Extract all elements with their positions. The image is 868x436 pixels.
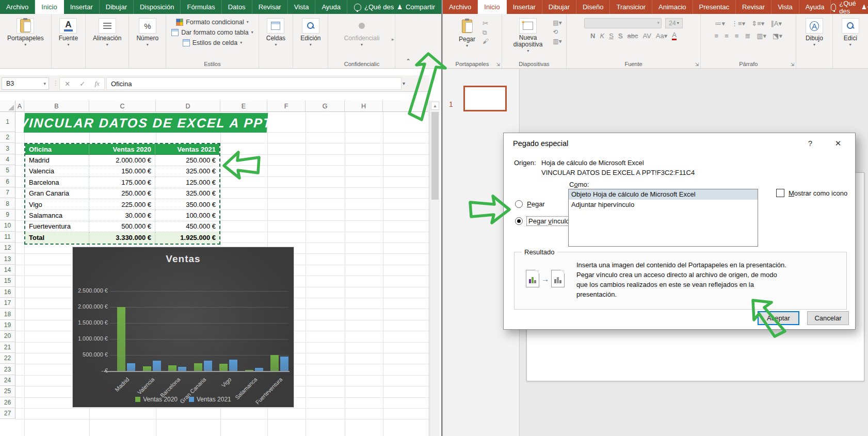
excel-tab-datos[interactable]: Datos	[222, 0, 252, 14]
dialog-launcher-icon[interactable]: ⇲	[791, 62, 795, 67]
columns-button[interactable]: ▥▾	[757, 32, 766, 40]
excel-tab-dibujar[interactable]: Dibujar	[100, 0, 134, 14]
row-header-21[interactable]: 21	[0, 342, 15, 353]
row-header-27[interactable]: 27	[0, 408, 15, 419]
row-header-18[interactable]: 18	[0, 309, 15, 319]
slide-thumbnail[interactable]	[463, 86, 507, 111]
copy-icon[interactable]: ⧉	[483, 29, 489, 36]
estilos-celda-button[interactable]: Estilos de celda▾	[182, 38, 244, 48]
title-banner-shape[interactable]: VINCULAR DATOS DE EXCEL A PPT	[24, 113, 268, 133]
row-header-17[interactable]: 17	[0, 298, 15, 309]
row-header-11[interactable]: 11	[0, 232, 15, 243]
row-header-19[interactable]: 19	[0, 320, 15, 331]
row-header-26[interactable]: 26	[0, 397, 15, 408]
row-header-15[interactable]: 15	[0, 276, 15, 286]
table-cell[interactable]: Salamanca	[25, 210, 89, 221]
row-header-16[interactable]: 16	[0, 287, 15, 298]
row-header-23[interactable]: 23	[0, 364, 15, 375]
excel-tab-inicio[interactable]: Inicio	[35, 0, 63, 14]
row-header-10[interactable]: 10	[0, 220, 15, 231]
column-header-A[interactable]: A	[15, 101, 24, 112]
insert-function-icon[interactable]: fx	[94, 79, 99, 88]
line-spacing-button[interactable]: ⇕≡▾	[751, 20, 764, 27]
section-icon[interactable]: ▥▾	[553, 38, 561, 45]
align-left-button[interactable]: ≡	[715, 32, 719, 40]
fuente-button[interactable]: A Fuente ▾	[56, 17, 81, 48]
table-cell[interactable]: 150.000 €	[89, 166, 155, 177]
ppt-search-box[interactable]: ¿Qué des	[839, 0, 858, 15]
italic-button[interactable]: K	[600, 32, 604, 40]
flyout-arrow-icon[interactable]: ▸	[392, 37, 394, 42]
column-header-B[interactable]: B	[24, 101, 89, 112]
sales-chart[interactable]: Ventas 2.500.000 €2.000.000 €1.500.000 €…	[72, 247, 294, 408]
excel-tab-fórmulas[interactable]: Fórmulas	[181, 0, 221, 14]
table-cell[interactable]: 225.000 €	[89, 199, 155, 210]
table-cell[interactable]: Fuerteventura	[25, 221, 89, 232]
align-right-button[interactable]: ≡	[735, 32, 739, 40]
numero-button[interactable]: % Número ▾	[133, 17, 162, 48]
radio-pegar-vinculo[interactable]: Pegar vínculo	[515, 217, 571, 225]
table-cell[interactable]: 250.000 €	[155, 155, 219, 166]
name-box[interactable]: B3▾	[2, 77, 49, 90]
dialog-close-button[interactable]: ✕	[830, 137, 846, 150]
paste-as-option[interactable]: Adjuntar hipervínculo	[569, 200, 758, 210]
formula-input[interactable]: Oficina	[106, 77, 401, 90]
row-header-1[interactable]: 1	[0, 112, 15, 132]
table-cell[interactable]: 3.330.000 €	[89, 232, 155, 243]
dialog-launcher-icon[interactable]: ⇲	[695, 62, 699, 67]
format-painter-icon[interactable]: 🖌	[483, 38, 489, 45]
confidencialidad-button[interactable]: Confidenciali ▾	[341, 17, 383, 48]
table-cell[interactable]: 125.000 €	[155, 177, 219, 188]
ppt-tab-animacio[interactable]: Animacio	[652, 0, 693, 14]
excel-tab-disposición[interactable]: Disposición	[134, 0, 181, 14]
paste-as-listbox[interactable]: Objeto Hoja de cálculo de Microsoft Exce…	[568, 189, 758, 247]
table-cell[interactable]: 30.000 €	[89, 210, 155, 221]
table-cell[interactable]: 100.000 €	[155, 210, 219, 221]
row-header-2[interactable]: 2	[0, 132, 15, 143]
mostrar-como-icono-checkbox[interactable]: Mostrar como icono	[776, 189, 847, 197]
radio-pegar[interactable]: Pegar	[515, 200, 545, 208]
table-cell[interactable]: 250.000 €	[89, 188, 155, 199]
table-cell[interactable]: 500.000 €	[89, 221, 155, 232]
table-cell[interactable]: 175.000 €	[89, 177, 155, 188]
ppt-edicion-button[interactable]: Edici ▾	[839, 17, 862, 48]
row-header-3[interactable]: 3	[0, 143, 15, 154]
excel-tab-vista[interactable]: Vista	[288, 0, 316, 14]
row-header-7[interactable]: 7	[0, 187, 15, 198]
pegar-button[interactable]: Pegar ▾	[456, 17, 478, 49]
ppt-tab-diseño[interactable]: Diseño	[576, 0, 610, 14]
table-cell[interactable]: Vigo	[25, 199, 89, 210]
table-cell[interactable]: Gran Canaria	[25, 188, 89, 199]
excel-sheet[interactable]: ABCDEFGH 1234567891011121314151617181920…	[0, 101, 429, 436]
radio-circle-icon[interactable]	[515, 200, 523, 208]
bold-button[interactable]: N	[590, 32, 595, 40]
dibujo-button[interactable]: A Dibujo ▾	[802, 17, 826, 48]
table-cell[interactable]: 325.000 €	[155, 188, 219, 199]
dialog-launcher-icon[interactable]: ⇲	[496, 62, 500, 67]
text-direction-button[interactable]: ∥A▾	[770, 20, 782, 27]
row-header-13[interactable]: 13	[0, 253, 15, 264]
excel-vertical-scrollbar[interactable]: ▲	[429, 101, 440, 436]
justify-button[interactable]: ≣	[745, 32, 750, 40]
ppt-tab-ayuda[interactable]: Ayuda	[799, 0, 831, 14]
table-cell[interactable]: 325.000 €	[155, 166, 219, 177]
column-header-H[interactable]: H	[345, 101, 383, 112]
chevron-down-icon[interactable]: ▾	[43, 81, 49, 86]
row-header-20[interactable]: 20	[0, 331, 15, 342]
reset-slide-icon[interactable]: ⟲	[553, 28, 561, 36]
slide-layout-icon[interactable]: ▤▾	[553, 19, 561, 26]
bullets-button[interactable]: ≔▾	[715, 20, 726, 27]
table-cell[interactable]: Valencia	[25, 166, 89, 177]
cancelar-button[interactable]: Cancelar	[807, 311, 849, 325]
column-header-C[interactable]: C	[89, 101, 156, 112]
excel-tab-revisar[interactable]: Revisar	[252, 0, 288, 14]
dialog-help-button[interactable]: ?	[802, 137, 818, 150]
dar-formato-tabla-button[interactable]: Dar formato como tabla▾	[170, 27, 254, 38]
row-header-5[interactable]: 5	[0, 165, 15, 176]
excel-share-button[interactable]: Compartir	[406, 3, 437, 11]
text-shadow-button[interactable]: S	[618, 32, 623, 40]
underline-button[interactable]: S	[609, 32, 614, 40]
excel-search-box[interactable]: ¿Qué des	[364, 3, 394, 11]
table-cell[interactable]: Barcelona	[25, 177, 89, 188]
column-header-G[interactable]: G	[306, 101, 345, 112]
